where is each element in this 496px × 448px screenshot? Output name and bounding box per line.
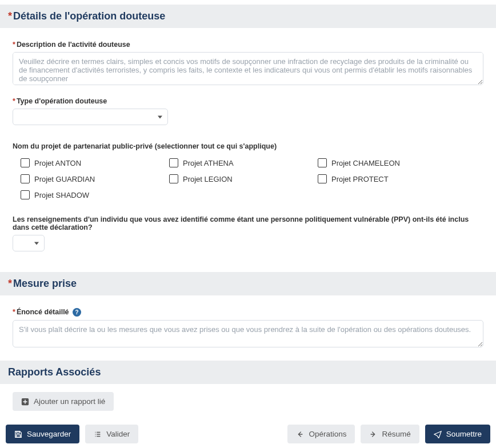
label-pep-question: Les renseignements d'un individu que vou… — [13, 215, 483, 231]
arrow-left-icon — [296, 430, 304, 438]
save-button[interactable]: Sauvegarder — [6, 425, 79, 443]
type-select[interactable] — [13, 109, 168, 125]
arrow-right-icon — [369, 430, 377, 438]
pep-select[interactable] — [13, 235, 45, 251]
project-checkbox-grid: Projet ANTON Projet ATHENA Projet CHAMEL… — [13, 158, 483, 199]
plus-square-icon — [21, 398, 29, 406]
label-description: *Description de l'activité douteuse — [13, 41, 483, 49]
list-check-icon — [94, 430, 102, 438]
section-title-details: Détails de l'opération douteuse — [13, 10, 165, 22]
required-star-icon: * — [8, 278, 12, 289]
label-type: *Type d'opération douteuse — [13, 97, 483, 105]
statement-textarea[interactable] — [13, 320, 483, 347]
submit-button[interactable]: Soumettre — [425, 425, 490, 443]
required-star-icon: * — [8, 10, 12, 22]
checkbox-projet-anton[interactable]: Projet ANTON — [21, 158, 169, 167]
section-title-reports: Rapports Associés — [8, 366, 101, 378]
section-body-action: *Énoncé détaillé ? — [0, 295, 496, 356]
section-header-details: *Détails de l'opération douteuse — [0, 5, 496, 28]
help-icon[interactable]: ? — [73, 308, 81, 317]
validate-button[interactable]: Valider — [85, 425, 138, 443]
save-icon — [14, 430, 22, 438]
paper-plane-icon — [434, 430, 442, 438]
checkbox-projet-chameleon[interactable]: Projet CHAMELEON — [318, 158, 466, 167]
add-report-button[interactable]: Ajouter un rapport lié — [13, 392, 114, 411]
footer-bar: Sauvegarder Valider Opérations Résumé — [0, 418, 496, 448]
operations-button[interactable]: Opérations — [287, 425, 355, 443]
section-body-reports: Ajouter un rapport lié — [0, 384, 496, 418]
svg-rect-1 — [17, 431, 19, 433]
checkbox-projet-shadow[interactable]: Projet SHADOW — [21, 190, 169, 199]
checkbox-projet-protect[interactable]: Projet PROTECT — [318, 174, 466, 183]
section-title-action: Mesure prise — [13, 278, 77, 289]
svg-rect-2 — [17, 435, 21, 437]
checkbox-projet-guardian[interactable]: Projet GUARDIAN — [21, 174, 169, 183]
section-header-reports: Rapports Associés — [0, 361, 496, 384]
label-project-group: Nom du projet de partenariat public-priv… — [13, 142, 483, 150]
summary-button[interactable]: Résumé — [361, 425, 419, 443]
section-body-details: *Description de l'activité douteuse *Typ… — [0, 28, 496, 258]
checkbox-projet-legion[interactable]: Projet LEGION — [169, 174, 318, 183]
label-statement: *Énoncé détaillé ? — [13, 308, 483, 317]
section-header-action: *Mesure prise — [0, 272, 496, 295]
checkbox-projet-athena[interactable]: Projet ATHENA — [169, 158, 318, 167]
description-textarea[interactable] — [13, 52, 483, 85]
